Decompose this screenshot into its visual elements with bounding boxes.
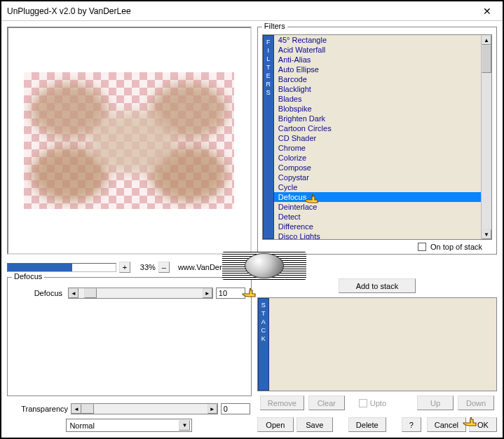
filter-item[interactable]: CD Shader	[274, 133, 481, 143]
window-close-button[interactable]: ✕	[473, 3, 501, 20]
clear-button[interactable]: Clear	[308, 396, 345, 410]
filters-listbox[interactable]: 45° RectangleAcid WaterfallAnti-AliasAut…	[274, 35, 481, 239]
filter-item[interactable]: Cycle	[274, 182, 481, 192]
delete-button[interactable]: Delete	[348, 417, 386, 432]
blend-mode-combo[interactable]: Normal ▼	[66, 419, 192, 432]
add-to-stack-button[interactable]: Add to stack	[339, 278, 416, 293]
blend-row: Normal ▼	[8, 419, 250, 432]
client-area: + 33% – www.VanDerLee.com Defocus Defocu…	[1, 21, 503, 438]
zoom-progress[interactable]	[7, 263, 116, 272]
transparency-slider[interactable]: ◄ ►	[71, 403, 218, 414]
filter-item[interactable]: Barcode	[274, 74, 481, 84]
slider-thumb[interactable]	[81, 404, 94, 414]
zoom-in-button[interactable]: +	[119, 262, 130, 273]
transparency-row: Transparency ◄ ►	[8, 403, 250, 414]
on-top-checkbox[interactable]	[418, 243, 426, 251]
filter-item[interactable]: Cartoon Circles	[274, 123, 481, 133]
scroll-down-arrow[interactable]: ▼	[482, 229, 491, 239]
filter-item[interactable]: 45° Rectangle	[274, 35, 481, 45]
slider-right-arrow[interactable]: ►	[207, 404, 217, 414]
slider-track[interactable]	[81, 404, 207, 414]
slider-thumb[interactable]	[84, 288, 97, 298]
scroll-track[interactable]	[482, 45, 491, 229]
parameter-group: Defocus Defocus ◄ ►	[7, 277, 252, 396]
up-button[interactable]: Up	[417, 396, 454, 410]
left-panel: + 33% – www.VanDerLee.com Defocus Defocu…	[7, 27, 252, 432]
upto-group: Upto	[359, 399, 386, 407]
filters-box: FILTERS 45° RectangleAcid WaterfallAnti-…	[262, 34, 492, 251]
filters-legend: Filters	[262, 22, 287, 30]
on-top-row: On top of stack	[262, 240, 492, 251]
filter-item[interactable]: Acid Waterfall	[274, 45, 481, 55]
filter-item[interactable]: Copystar	[274, 173, 481, 182]
filter-item[interactable]: Blobspike	[274, 104, 481, 114]
parameter-group-legend: Defocus	[12, 272, 44, 281]
remove-button[interactable]: Remove	[260, 396, 304, 410]
slider-left-arrow[interactable]: ◄	[71, 404, 81, 414]
bottom-buttons: Open Save Delete ? Cancel OK	[257, 410, 497, 432]
filter-item[interactable]: Deinterlace	[274, 202, 481, 212]
svg-point-0	[250, 288, 251, 290]
title-bar: UnPlugged-X v2.0 by VanDerLee ✕	[1, 1, 503, 21]
right-panel: Filters FILTERS 45° RectangleAcid Waterf…	[257, 27, 497, 432]
logo-strip	[222, 252, 306, 280]
blend-mode-value: Normal	[69, 421, 94, 430]
transparency-label: Transparency	[8, 405, 68, 413]
preview-canvas[interactable]	[24, 72, 234, 209]
preview-box	[7, 27, 252, 255]
filters-group: Filters FILTERS 45° RectangleAcid Waterf…	[257, 27, 497, 255]
filter-item[interactable]: Disco Lights	[274, 231, 481, 239]
stack-tab[interactable]: STACK	[258, 298, 269, 391]
defocus-slider[interactable]: ◄ ►	[68, 288, 213, 299]
filter-item[interactable]: Chrome	[274, 143, 481, 153]
zoom-percent: 33%	[133, 263, 156, 271]
scroll-thumb[interactable]	[482, 45, 491, 73]
filters-list-wrap: FILTERS 45° RectangleAcid WaterfallAnti-…	[262, 34, 492, 240]
chevron-down-icon[interactable]: ▼	[179, 420, 190, 431]
filter-item[interactable]: Difference	[274, 222, 481, 231]
filter-item[interactable]: Colorize	[274, 153, 481, 163]
zoom-out-button[interactable]: –	[158, 262, 170, 273]
filters-tab[interactable]: FILTERS	[263, 35, 274, 239]
filters-scrollbar[interactable]: ▲ ▼	[481, 35, 491, 239]
slider-left-arrow[interactable]: ◄	[69, 288, 79, 298]
filter-item[interactable]: Blacklight	[274, 84, 481, 94]
help-button[interactable]: ?	[402, 417, 421, 432]
add-to-stack-row: Add to stack	[257, 277, 497, 297]
defocus-row: Defocus ◄ ►	[12, 285, 247, 302]
filter-item[interactable]: Defocus	[274, 192, 481, 202]
ok-button[interactable]: OK	[469, 417, 497, 432]
zoom-row: + 33% – www.VanDerLee.com	[7, 262, 252, 273]
filter-item[interactable]: Auto Ellipse	[274, 65, 481, 74]
open-button[interactable]: Open	[257, 417, 294, 432]
transparency-value-input[interactable]	[221, 403, 250, 414]
filter-item[interactable]: Compose	[274, 163, 481, 173]
defocus-value-input[interactable]	[216, 288, 245, 299]
filter-item[interactable]: Blades	[274, 94, 481, 104]
scroll-up-arrow[interactable]: ▲	[482, 35, 491, 45]
upto-checkbox[interactable]	[359, 399, 367, 407]
defocus-label: Defocus	[13, 289, 62, 297]
filter-item[interactable]: Detect	[274, 212, 481, 222]
stack-controls: Remove Clear Upto Up Down	[257, 391, 497, 410]
save-button[interactable]: Save	[297, 417, 333, 432]
left-bottom: Transparency ◄ ► Normal ▼	[7, 400, 252, 432]
stack-group: STACK	[257, 297, 497, 391]
filter-item[interactable]: Anti-Alias	[274, 55, 481, 65]
upto-label: Upto	[370, 399, 386, 407]
cancel-button[interactable]: Cancel	[427, 417, 466, 432]
on-top-label: On top of stack	[430, 243, 482, 251]
stack-listbox[interactable]	[269, 298, 496, 391]
slider-right-arrow[interactable]: ►	[203, 288, 212, 298]
down-button[interactable]: Down	[458, 396, 494, 410]
preview-blob	[90, 111, 175, 174]
slider-track[interactable]	[79, 288, 203, 298]
window-title: UnPlugged-X v2.0 by VanDerLee	[7, 6, 473, 16]
filter-item[interactable]: Brighten Dark	[274, 114, 481, 123]
